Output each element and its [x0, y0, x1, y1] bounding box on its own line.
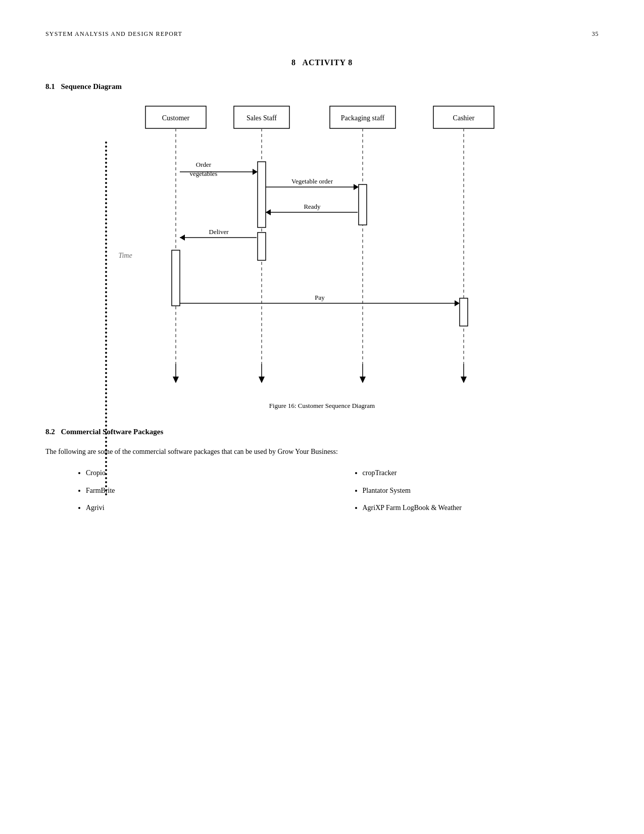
dot — [105, 146, 107, 148]
dot — [105, 255, 107, 257]
dot — [105, 198, 107, 200]
dot — [105, 299, 107, 301]
dot — [105, 182, 107, 184]
svg-marker-39 — [455, 300, 460, 306]
svg-marker-30 — [354, 184, 359, 190]
dot — [105, 303, 107, 305]
list-item: Agrivi — [86, 502, 322, 514]
dot — [105, 226, 107, 228]
page-number: 35 — [592, 30, 599, 38]
diagram-container: Customer Sales Staff Packaging staff Cas… — [45, 101, 599, 394]
svg-text:Time: Time — [118, 252, 132, 259]
section-8-num: 8 — [291, 58, 295, 67]
dot — [105, 251, 107, 253]
dot — [105, 412, 107, 414]
dot — [105, 259, 107, 261]
sequence-svg: Customer Sales Staff Packaging staff Cas… — [95, 101, 550, 394]
dot — [105, 360, 107, 362]
section-82-heading: 8.2 Commercial Software Packages — [45, 428, 599, 436]
svg-marker-36 — [180, 235, 185, 241]
svg-marker-17 — [360, 377, 366, 383]
dot — [105, 202, 107, 204]
dot — [105, 400, 107, 402]
dot — [105, 473, 107, 475]
svg-text:Sales Staff: Sales Staff — [246, 114, 276, 122]
dot — [105, 247, 107, 249]
section-82-num: 8.2 — [45, 428, 55, 436]
dot — [105, 392, 107, 394]
list-item: Cropio — [86, 468, 322, 479]
svg-marker-19 — [461, 377, 467, 383]
dot — [105, 429, 107, 431]
svg-text:Cashier: Cashier — [453, 114, 474, 122]
bullets-right: cropTracker Plantator System AgriXP Farm… — [353, 468, 599, 520]
section-82-body: The following are some of the commercial… — [45, 446, 599, 457]
dot — [105, 368, 107, 370]
svg-text:Order: Order — [195, 161, 211, 168]
dot — [105, 150, 107, 152]
time-dots — [105, 142, 107, 495]
dot — [105, 267, 107, 269]
dot — [105, 170, 107, 172]
dot — [105, 230, 107, 233]
dot — [105, 263, 107, 265]
dot — [105, 421, 107, 423]
dot — [105, 380, 107, 382]
dot — [105, 449, 107, 451]
dot — [105, 311, 107, 313]
svg-text:Packaging staff: Packaging staff — [340, 114, 384, 122]
dot — [105, 396, 107, 398]
svg-text:Vegetable order: Vegetable order — [291, 177, 333, 185]
svg-rect-21 — [359, 184, 367, 225]
svg-rect-24 — [460, 298, 468, 326]
dot — [105, 485, 107, 487]
dot — [105, 287, 107, 289]
dot — [105, 190, 107, 192]
dot — [105, 404, 107, 406]
list-item: FarmBrite — [86, 485, 322, 496]
dot — [105, 453, 107, 455]
svg-rect-23 — [172, 250, 180, 306]
dot — [105, 481, 107, 483]
svg-marker-33 — [266, 209, 271, 215]
dot — [105, 162, 107, 164]
dot — [105, 372, 107, 374]
dot — [105, 469, 107, 471]
dot — [105, 235, 107, 237]
dot — [105, 283, 107, 285]
dot — [105, 425, 107, 427]
bullets-right-list: cropTracker Plantator System AgriXP Farm… — [353, 468, 599, 514]
dot — [105, 433, 107, 435]
dot — [105, 186, 107, 188]
svg-rect-22 — [258, 233, 266, 260]
dot — [105, 279, 107, 281]
dot — [105, 222, 107, 224]
dot — [105, 178, 107, 180]
dot — [105, 142, 107, 144]
dot — [105, 166, 107, 168]
svg-marker-15 — [259, 377, 265, 383]
figure-caption: Figure 16: Customer Sequence Diagram — [45, 402, 599, 410]
dot — [105, 457, 107, 459]
list-item: AgriXP Farm LogBook & Weather — [363, 502, 599, 514]
section-81-heading: 8.1 Sequence Diagram — [45, 82, 599, 91]
dot — [105, 307, 107, 309]
dot — [105, 445, 107, 447]
svg-text:Customer: Customer — [162, 114, 189, 122]
bullets-left: Cropio FarmBrite Agrivi — [76, 468, 322, 520]
dot — [105, 206, 107, 208]
dot — [105, 388, 107, 390]
dot — [105, 214, 107, 216]
dot — [105, 210, 107, 212]
svg-text:Ready: Ready — [304, 203, 321, 210]
dot — [105, 319, 107, 321]
bullet-columns: Cropio FarmBrite Agrivi cropTracker Plan… — [76, 468, 599, 520]
dot — [105, 465, 107, 467]
sequence-diagram: Customer Sales Staff Packaging staff Cas… — [95, 101, 550, 394]
svg-text:vegetables: vegetables — [189, 170, 217, 177]
page-header: SYSTEM ANALYSIS AND DESIGN REPORT 35 — [45, 30, 599, 38]
list-item: cropTracker — [363, 468, 599, 479]
section-82-label: Commercial Software Packages — [61, 428, 164, 436]
svg-marker-13 — [173, 377, 179, 383]
dot — [105, 477, 107, 479]
